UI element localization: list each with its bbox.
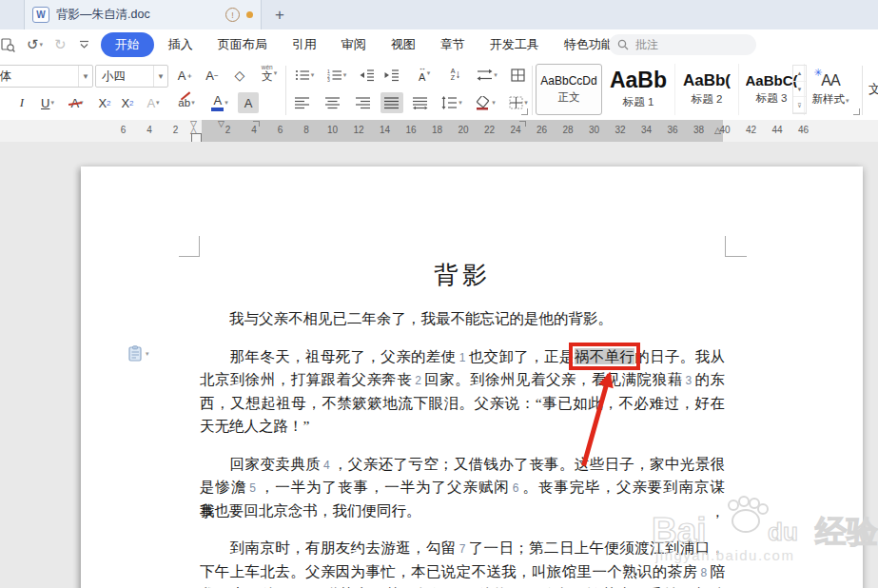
doc-line[interactable]: 是惨澹5，一半为了丧事，一半为了父亲赋闲6。丧事完毕，父亲要到南京谋事，: [200, 476, 725, 500]
sort-button[interactable]: AZ↓: [443, 64, 468, 85]
strikethrough-button[interactable]: A▾: [63, 92, 91, 113]
right-indent-marker[interactable]: △: [714, 127, 721, 135]
character-scaling-button[interactable]: ↔A▾: [409, 63, 439, 84]
text-tool-button[interactable]: 文: [868, 81, 878, 98]
justify-button[interactable]: [380, 92, 403, 113]
paragraph-3[interactable]: 回家变卖典质4，父亲还了亏空；又借钱办了丧事。这些日子，家中光景很是惨澹5，一半…: [200, 453, 725, 523]
paragraph-2[interactable]: 那年冬天，祖母死了，父亲的差使1也交卸了，正是祸不单行的日子。我从北京到徐州，打…: [200, 345, 725, 439]
italic-button[interactable]: I: [11, 92, 32, 113]
paragraph-1[interactable]: 我与父亲不相见已二年余了，我最不能忘记的是他的背影。: [200, 307, 725, 331]
new-tab-button[interactable]: +: [275, 0, 284, 29]
document-page[interactable]: ▾ 背影 我与父亲不相见已二年余了，我最不能忘记的是他的背影。 那年冬天，祖母死…: [81, 167, 863, 588]
undo-dropdown-icon[interactable]: ▾: [40, 41, 44, 49]
numbered-list-button[interactable]: 123▾: [323, 65, 350, 86]
decrease-indent-button[interactable]: [356, 65, 379, 86]
doc-line[interactable]: 下午上车北去。父亲因为事忙，本已说定不送我，叫旅馆里一个熟识的茶房8陪: [200, 560, 725, 584]
ruler-number: 44: [771, 125, 782, 135]
font-size-combo[interactable]: 小四▼: [95, 65, 168, 88]
ribbon-separator: [862, 66, 863, 115]
paragraph-marks-button[interactable]: ▾: [472, 65, 502, 86]
paste-options-button[interactable]: ▾: [128, 345, 149, 362]
character-shading-button[interactable]: A: [238, 92, 259, 113]
styles-scrollbar[interactable]: ▲ ▼ ⊽: [792, 65, 807, 114]
document-text[interactable]: 背影 我与父亲不相见已二年余了，我最不能忘记的是他的背影。 那年冬天，祖母死了，…: [200, 258, 725, 588]
clear-format-icon[interactable]: ◇: [228, 65, 251, 86]
annotation-ref[interactable]: 7: [459, 542, 466, 556]
style-box-1[interactable]: AaBbCcDd正文: [536, 64, 602, 115]
collapse-ribbon-icon[interactable]: [79, 40, 89, 49]
menu-tab-7[interactable]: 章节: [428, 32, 478, 57]
menu-tab-3[interactable]: 页面布局: [205, 32, 280, 57]
undo-button[interactable]: ↺▾: [27, 36, 43, 53]
document-heading[interactable]: 背影: [200, 258, 725, 296]
doc-text-run: 到南京时，有朋友约去游逛，勾留: [200, 539, 457, 556]
style-box-3[interactable]: AaBb(标题 2: [675, 64, 739, 115]
menu-tab-8[interactable]: 开发工具: [478, 32, 552, 57]
borders-button[interactable]: ▾: [504, 92, 533, 113]
shading-fill-button[interactable]: ▾: [470, 92, 500, 113]
horizontal-ruler[interactable]: 6422468101214161820222426283032343638404…: [0, 120, 878, 143]
align-right-button[interactable]: [352, 92, 375, 113]
doc-line[interactable]: 回家变卖典质4，父亲还了亏空；又借钱办了丧事。这些日子，家中光景很: [200, 453, 725, 477]
doc-line[interactable]: 我与父亲不相见已二年余了，我最不能忘记的是他的背影。: [200, 307, 725, 331]
unsaved-warning-icon[interactable]: !: [225, 8, 240, 22]
menu-tab-1[interactable]: 开始: [101, 32, 154, 57]
annotation-ref[interactable]: 5: [249, 481, 256, 495]
increase-font-button[interactable]: A＋: [173, 65, 198, 86]
redo-button[interactable]: ↻: [54, 36, 67, 53]
text-effects-button[interactable]: A▾: [139, 92, 167, 113]
superscript-button[interactable]: X2: [93, 92, 116, 113]
annotation-ref[interactable]: 6: [513, 481, 519, 495]
doc-text-run: 北京到徐州，打算跟着父亲奔丧: [200, 371, 412, 387]
doc-line[interactable]: 我同去。他再三嘱咐茶房，甚是仔细。但他终于不放心，怕茶房不妥帖；颇踌: [200, 583, 725, 588]
doc-line[interactable]: 那年冬天，祖母死了，父亲的差使1也交卸了，正是祸不单行的日子。我从: [200, 345, 725, 369]
font-size-dropdown-icon[interactable]: ▼: [153, 66, 167, 87]
annotation-ref[interactable]: 4: [323, 459, 330, 472]
search-box[interactable]: [609, 34, 756, 55]
styles-dialog-launcher-icon[interactable]: [853, 108, 860, 115]
annotation-ref[interactable]: 2: [415, 374, 421, 387]
menu-tab-2[interactable]: 插入: [156, 32, 205, 57]
document-paragraphs[interactable]: 我与父亲不相见已二年余了，我最不能忘记的是他的背影。 那年冬天，祖母死了，父亲的…: [200, 307, 725, 588]
document-canvas[interactable]: ▾ 背影 我与父亲不相见已二年余了，我最不能忘记的是他的背影。 那年冬天，祖母死…: [0, 142, 878, 588]
underline-button[interactable]: U▾: [34, 92, 61, 113]
paste-options-dropdown-icon[interactable]: ▾: [146, 350, 149, 358]
paragraph-first-line-marker[interactable]: ▽: [218, 120, 224, 128]
font-color-button[interactable]: A▾: [205, 92, 234, 113]
styles-more-icon[interactable]: ⊽: [793, 97, 806, 113]
menu-tab-4[interactable]: 引用: [280, 32, 329, 57]
annotation-ref[interactable]: 1: [459, 351, 466, 364]
text-frame-button[interactable]: [506, 65, 529, 86]
doc-line[interactable]: 西，又想起祖母，不禁簌簌地流下眼泪。父亲说：“事已如此，不必难过，好在: [200, 392, 725, 416]
menu-tab-6[interactable]: 视图: [379, 32, 428, 57]
increase-indent-button[interactable]: [380, 65, 403, 86]
annotation-ref[interactable]: 3: [685, 374, 692, 387]
doc-line[interactable]: 天无绝人之路！”: [200, 415, 725, 439]
menu-tab-5[interactable]: 审阅: [329, 32, 379, 57]
ruler-number: 18: [432, 125, 442, 135]
style-box-2[interactable]: AaBb标题 1: [602, 64, 675, 115]
ruler-number: 8: [303, 125, 309, 135]
bullet-list-button[interactable]: ▾: [291, 65, 318, 86]
subscript-button[interactable]: X2: [116, 92, 139, 113]
styles-scroll-up-icon[interactable]: ▲: [793, 66, 806, 82]
decrease-font-button[interactable]: A−: [200, 65, 224, 86]
styles-scroll-down-icon[interactable]: ▼: [793, 82, 806, 98]
highlighted-text[interactable]: 祸不单行: [575, 348, 634, 364]
paragraph-4[interactable]: 到南京时，有朋友约去游逛，勾留7了一日；第二日上午便须渡江到浦口，下午上车北去。…: [200, 537, 725, 588]
paragraph-dialog-launcher-icon[interactable]: [521, 108, 528, 115]
pinyin-guide-button[interactable]: wén文▾: [255, 63, 283, 84]
font-name-dropdown-icon[interactable]: ▼: [78, 66, 92, 87]
doc-line[interactable]: 北京到徐州，打算跟着父亲奔丧2回家。到徐州见着父亲，看见满院狼藉3的东: [200, 368, 725, 392]
doc-line[interactable]: 到南京时，有朋友约去游逛，勾留7了一日；第二日上午便须渡江到浦口，: [200, 537, 725, 560]
print-preview-icon[interactable]: [1, 38, 15, 52]
document-tab[interactable]: W 背影—朱自清.doc !: [24, 0, 262, 29]
font-name-combo[interactable]: 宋体▼: [0, 65, 93, 88]
search-input[interactable]: [634, 37, 732, 52]
align-left-button[interactable]: [291, 92, 314, 113]
new-style-button[interactable]: AA✳ 新样式▾: [808, 66, 853, 113]
highlight-color-button[interactable]: ab▾: [171, 92, 202, 113]
line-spacing-button[interactable]: ▾: [438, 92, 466, 113]
distribute-button[interactable]: [409, 92, 432, 113]
align-center-button[interactable]: [322, 92, 344, 113]
